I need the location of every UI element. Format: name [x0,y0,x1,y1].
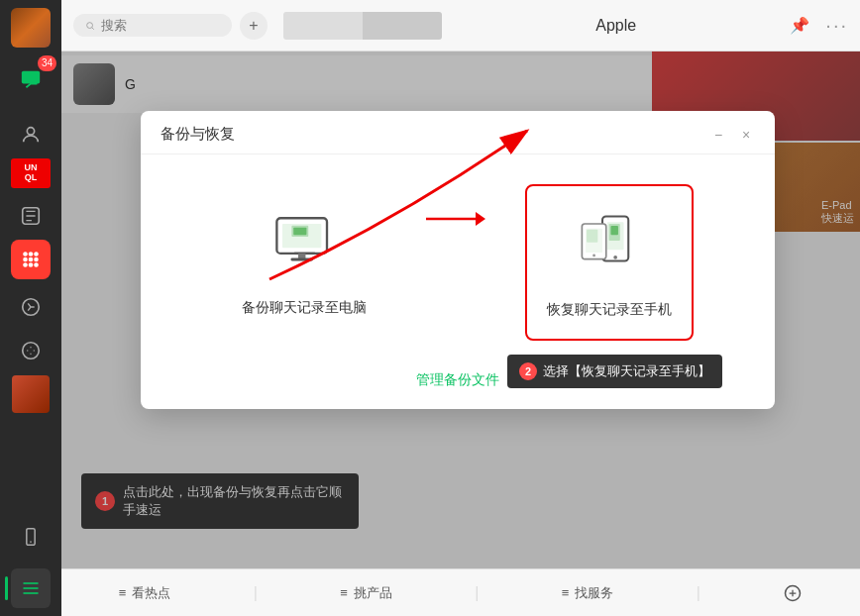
phone-with-chat-icon [570,206,649,285]
svg-point-9 [23,262,28,267]
tooltip-number: 2 [519,362,537,380]
svg-rect-14 [27,529,35,546]
manage-backup-link[interactable]: 管理备份文件 [416,371,499,387]
search-icon [85,19,95,33]
app-red-icon[interactable] [11,240,51,279]
restore-to-phone-card[interactable]: 恢复聊天记录至手机 2 选择【恢复聊天记录至手机】 [525,184,694,341]
nav-services[interactable]: ≡ 找服务 [550,580,626,606]
dialog-title: 备份与恢复 [161,125,235,144]
svg-point-13 [23,343,40,359]
tooltip-text: 选择【恢复聊天记录至手机】 [543,362,710,380]
nav-products[interactable]: ≡ 挑产品 [328,580,404,606]
svg-point-3 [23,252,28,257]
pin-icon[interactable]: 📌 [790,16,809,35]
favorites-icon[interactable] [11,196,51,236]
bottom-nav: ≡ 看热点 | ≡ 挑产品 | ≡ 找服务 | [61,568,860,616]
hamburger-menu[interactable] [11,568,51,608]
phone-icon[interactable] [11,517,51,557]
hot-news-icon: ≡ [119,585,127,600]
monitor-icon [265,204,344,283]
dialog-controls: − × [709,126,755,144]
svg-point-1 [27,128,34,135]
close-button[interactable]: × [737,126,755,144]
svg-rect-24 [293,227,306,235]
svg-point-11 [34,262,39,267]
arrow-area [426,204,485,234]
hot-news-label: 看热点 [132,584,170,602]
appstore-icon[interactable] [11,287,51,327]
sidebar: 34 UNQL [0,0,61,616]
products-icon: ≡ [340,585,348,600]
svg-rect-37 [587,229,597,242]
search-input[interactable] [101,18,220,33]
dialog-header: 备份与恢复 − × [141,111,775,154]
discover-icon[interactable] [11,331,51,370]
sidebar-bottom [11,517,51,608]
dialog-body: 备份聊天记录至电脑 [141,154,775,360]
dialog-overlay: 备份与恢复 − × [61,51,860,568]
backup-to-pc-card[interactable]: 备份聊天记录至电脑 [222,184,386,337]
services-icon: ≡ [562,585,570,600]
grid-icon [783,583,803,603]
services-label: 找服务 [575,584,613,602]
page-title: Apple [450,17,782,35]
direction-arrow [426,204,485,234]
nav-more[interactable] [771,579,814,607]
svg-marker-29 [476,212,485,226]
main-content: + Apple 📌 ··· G E-Pad快速运 [61,0,860,616]
svg-rect-0 [22,71,40,84]
more-menu[interactable]: ··· [825,14,848,37]
chat-nav-item[interactable]: 34 [11,59,51,103]
svg-rect-27 [290,257,313,260]
svg-point-7 [29,257,34,262]
add-button[interactable]: + [240,12,268,40]
svg-line-20 [92,27,94,29]
nav-hot-news[interactable]: ≡ 看热点 [107,580,183,606]
contacts-icon[interactable] [11,115,51,154]
svg-point-10 [29,262,34,267]
products-label: 挑产品 [354,584,392,602]
restore-label: 恢复聊天记录至手机 [547,301,672,319]
backup-label: 备份聊天记录至电脑 [242,299,367,317]
svg-point-8 [34,257,39,262]
svg-rect-33 [610,225,618,234]
chat-area: G E-Pad快速运 备份与恢复 − × [61,51,860,568]
backup-restore-dialog: 备份与恢复 − × [141,111,775,409]
search-box[interactable] [73,14,232,37]
svg-point-19 [87,22,93,28]
svg-point-4 [29,252,34,257]
svg-point-34 [613,255,617,258]
svg-point-6 [23,257,28,262]
topbar: + Apple 📌 ··· [61,0,860,51]
avatar[interactable] [11,8,51,48]
svg-point-38 [592,254,595,257]
svg-point-5 [34,252,39,257]
img-icon[interactable] [11,374,51,414]
minimize-button[interactable]: − [709,126,727,144]
unread-badge: 34 [38,55,56,71]
restore-tooltip: 2 选择【恢复聊天记录至手机】 [507,355,722,388]
uniqlo-icon[interactable]: UNQL [11,158,51,188]
